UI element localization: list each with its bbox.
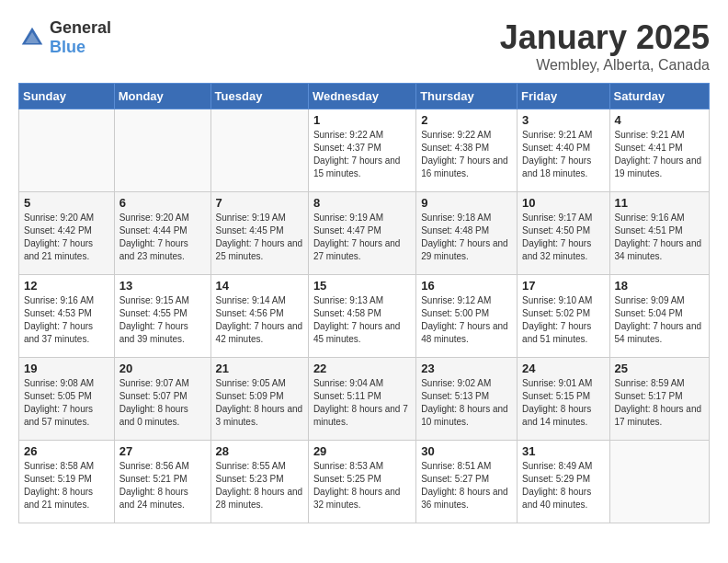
day-detail: Sunrise: 9:14 AM Sunset: 4:56 PM Dayligh…	[216, 294, 303, 346]
day-number: 5	[24, 196, 109, 210]
day-detail: Sunrise: 9:18 AM Sunset: 4:48 PM Dayligh…	[421, 212, 512, 263]
logo-general-text: General	[50, 18, 111, 37]
day-detail: Sunrise: 9:16 AM Sunset: 4:53 PM Dayligh…	[24, 294, 109, 346]
day-detail: Sunrise: 9:20 AM Sunset: 4:42 PM Dayligh…	[24, 212, 109, 263]
weekday-header: Thursday	[416, 84, 518, 109]
calendar-cell: 7Sunrise: 9:19 AM Sunset: 4:45 PM Daylig…	[210, 192, 308, 275]
calendar-cell: 13Sunrise: 9:15 AM Sunset: 4:55 PM Dayli…	[114, 275, 210, 358]
calendar-cell: 27Sunrise: 8:56 AM Sunset: 5:21 PM Dayli…	[114, 441, 210, 523]
day-detail: Sunrise: 8:49 AM Sunset: 5:29 PM Dayligh…	[522, 460, 604, 511]
day-number: 4	[615, 113, 704, 127]
calendar-week-row: 19Sunrise: 9:08 AM Sunset: 5:05 PM Dayli…	[19, 358, 710, 441]
calendar-cell: 11Sunrise: 9:16 AM Sunset: 4:51 PM Dayli…	[609, 192, 709, 275]
calendar-cell	[609, 441, 709, 523]
calendar-cell: 16Sunrise: 9:12 AM Sunset: 5:00 PM Dayli…	[416, 275, 518, 358]
calendar-cell: 26Sunrise: 8:58 AM Sunset: 5:19 PM Dayli…	[19, 441, 115, 523]
day-detail: Sunrise: 9:20 AM Sunset: 4:44 PM Dayligh…	[119, 212, 206, 263]
calendar-cell: 22Sunrise: 9:04 AM Sunset: 5:11 PM Dayli…	[308, 358, 415, 441]
day-number: 13	[119, 279, 206, 293]
day-detail: Sunrise: 8:53 AM Sunset: 5:25 PM Dayligh…	[313, 460, 411, 511]
day-number: 1	[313, 113, 411, 127]
month-title: January 2025	[500, 18, 710, 57]
day-number: 25	[615, 362, 704, 375]
day-detail: Sunrise: 9:22 AM Sunset: 4:37 PM Dayligh…	[313, 129, 411, 180]
calendar-week-row: 5Sunrise: 9:20 AM Sunset: 4:42 PM Daylig…	[19, 192, 710, 275]
day-detail: Sunrise: 9:05 AM Sunset: 5:09 PM Dayligh…	[216, 377, 303, 429]
day-number: 11	[615, 196, 704, 210]
day-detail: Sunrise: 8:56 AM Sunset: 5:21 PM Dayligh…	[119, 460, 206, 511]
day-number: 26	[24, 444, 109, 458]
day-number: 2	[421, 113, 512, 127]
day-detail: Sunrise: 9:19 AM Sunset: 4:47 PM Dayligh…	[313, 212, 411, 263]
calendar-cell: 8Sunrise: 9:19 AM Sunset: 4:47 PM Daylig…	[308, 192, 415, 275]
day-number: 14	[216, 279, 303, 293]
calendar-cell	[114, 109, 210, 192]
calendar-cell: 31Sunrise: 8:49 AM Sunset: 5:29 PM Dayli…	[518, 441, 609, 523]
calendar-cell: 18Sunrise: 9:09 AM Sunset: 5:04 PM Dayli…	[609, 275, 709, 358]
calendar-cell: 29Sunrise: 8:53 AM Sunset: 5:25 PM Dayli…	[308, 441, 415, 523]
day-number: 12	[24, 279, 109, 293]
day-number: 24	[522, 362, 604, 375]
day-number: 30	[421, 444, 512, 458]
weekday-header: Wednesday	[308, 84, 415, 109]
day-detail: Sunrise: 9:21 AM Sunset: 4:41 PM Dayligh…	[615, 129, 704, 180]
weekday-header: Sunday	[19, 84, 115, 109]
day-number: 21	[216, 362, 303, 375]
calendar-cell: 20Sunrise: 9:07 AM Sunset: 5:07 PM Dayli…	[114, 358, 210, 441]
calendar-cell	[210, 109, 308, 192]
calendar-cell: 1Sunrise: 9:22 AM Sunset: 4:37 PM Daylig…	[308, 109, 415, 192]
day-number: 18	[615, 279, 704, 293]
day-detail: Sunrise: 9:08 AM Sunset: 5:05 PM Dayligh…	[24, 377, 109, 429]
day-detail: Sunrise: 9:17 AM Sunset: 4:50 PM Dayligh…	[522, 212, 604, 263]
logo: General Blue	[18, 18, 111, 57]
day-detail: Sunrise: 9:10 AM Sunset: 5:02 PM Dayligh…	[522, 294, 604, 346]
calendar-week-row: 12Sunrise: 9:16 AM Sunset: 4:53 PM Dayli…	[19, 275, 710, 358]
day-detail: Sunrise: 9:22 AM Sunset: 4:38 PM Dayligh…	[421, 129, 512, 180]
day-number: 3	[522, 113, 604, 127]
calendar-cell: 21Sunrise: 9:05 AM Sunset: 5:09 PM Dayli…	[210, 358, 308, 441]
day-number: 9	[421, 196, 512, 210]
calendar-cell: 12Sunrise: 9:16 AM Sunset: 4:53 PM Dayli…	[19, 275, 115, 358]
calendar-cell: 30Sunrise: 8:51 AM Sunset: 5:27 PM Dayli…	[416, 441, 518, 523]
calendar-header: SundayMondayTuesdayWednesdayThursdayFrid…	[19, 84, 710, 109]
calendar-cell: 28Sunrise: 8:55 AM Sunset: 5:23 PM Dayli…	[210, 441, 308, 523]
calendar-cell: 17Sunrise: 9:10 AM Sunset: 5:02 PM Dayli…	[518, 275, 609, 358]
day-number: 6	[119, 196, 206, 210]
calendar-week-row: 26Sunrise: 8:58 AM Sunset: 5:19 PM Dayli…	[19, 441, 710, 523]
day-number: 15	[313, 279, 411, 293]
day-number: 20	[119, 362, 206, 375]
calendar-cell: 14Sunrise: 9:14 AM Sunset: 4:56 PM Dayli…	[210, 275, 308, 358]
day-detail: Sunrise: 9:19 AM Sunset: 4:45 PM Dayligh…	[216, 212, 303, 263]
weekday-header: Monday	[114, 84, 210, 109]
logo-icon	[18, 24, 46, 52]
calendar-cell: 15Sunrise: 9:13 AM Sunset: 4:58 PM Dayli…	[308, 275, 415, 358]
calendar-cell: 6Sunrise: 9:20 AM Sunset: 4:44 PM Daylig…	[114, 192, 210, 275]
day-detail: Sunrise: 9:07 AM Sunset: 5:07 PM Dayligh…	[119, 377, 206, 429]
day-number: 17	[522, 279, 604, 293]
day-detail: Sunrise: 9:15 AM Sunset: 4:55 PM Dayligh…	[119, 294, 206, 346]
day-number: 31	[522, 444, 604, 458]
day-detail: Sunrise: 9:12 AM Sunset: 5:00 PM Dayligh…	[421, 294, 512, 346]
title-area: January 2025 Wembley, Alberta, Canada	[500, 18, 710, 74]
calendar-table: SundayMondayTuesdayWednesdayThursdayFrid…	[18, 83, 710, 523]
day-number: 23	[421, 362, 512, 375]
day-number: 28	[216, 444, 303, 458]
calendar-cell	[19, 109, 115, 192]
calendar-cell: 4Sunrise: 9:21 AM Sunset: 4:41 PM Daylig…	[609, 109, 709, 192]
calendar-body: 1Sunrise: 9:22 AM Sunset: 4:37 PM Daylig…	[19, 109, 710, 523]
day-number: 27	[119, 444, 206, 458]
calendar-cell: 19Sunrise: 9:08 AM Sunset: 5:05 PM Dayli…	[19, 358, 115, 441]
day-detail: Sunrise: 8:58 AM Sunset: 5:19 PM Dayligh…	[24, 460, 109, 511]
day-number: 29	[313, 444, 411, 458]
calendar-cell: 10Sunrise: 9:17 AM Sunset: 4:50 PM Dayli…	[518, 192, 609, 275]
calendar-week-row: 1Sunrise: 9:22 AM Sunset: 4:37 PM Daylig…	[19, 109, 710, 192]
day-detail: Sunrise: 9:02 AM Sunset: 5:13 PM Dayligh…	[421, 377, 512, 429]
calendar-cell: 24Sunrise: 9:01 AM Sunset: 5:15 PM Dayli…	[518, 358, 609, 441]
calendar-cell: 3Sunrise: 9:21 AM Sunset: 4:40 PM Daylig…	[518, 109, 609, 192]
location-title: Wembley, Alberta, Canada	[500, 57, 710, 74]
day-number: 7	[216, 196, 303, 210]
logo-blue-text: Blue	[50, 38, 85, 56]
day-number: 22	[313, 362, 411, 375]
day-number: 8	[313, 196, 411, 210]
calendar-cell: 9Sunrise: 9:18 AM Sunset: 4:48 PM Daylig…	[416, 192, 518, 275]
